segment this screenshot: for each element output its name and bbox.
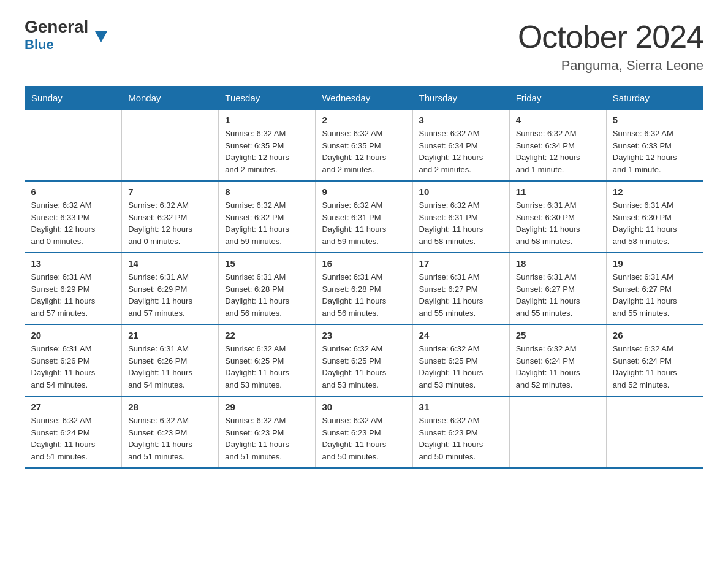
day-info: Sunrise: 6:32 AM Sunset: 6:24 PM Dayligh… — [31, 415, 116, 462]
cell-w1-d6: 5Sunrise: 6:32 AM Sunset: 6:33 PM Daylig… — [606, 110, 703, 182]
logo-blue: Blue — [25, 37, 54, 53]
day-info: Sunrise: 6:32 AM Sunset: 6:32 PM Dayligh… — [128, 199, 212, 247]
day-number: 30 — [322, 402, 406, 412]
day-info: Sunrise: 6:32 AM Sunset: 6:33 PM Dayligh… — [613, 128, 697, 175]
cell-w4-d5: 25Sunrise: 6:32 AM Sunset: 6:24 PM Dayli… — [509, 324, 606, 396]
week-row-1: 1Sunrise: 6:32 AM Sunset: 6:35 PM Daylig… — [25, 110, 703, 182]
cell-w5-d1: 28Sunrise: 6:32 AM Sunset: 6:23 PM Dayli… — [122, 396, 219, 468]
col-thursday: Thursday — [412, 86, 509, 110]
day-number: 25 — [516, 330, 600, 340]
svg-marker-0 — [95, 31, 107, 42]
day-number: 28 — [128, 402, 212, 412]
calendar-table: Sunday Monday Tuesday Wednesday Thursday… — [25, 86, 703, 469]
col-sunday: Sunday — [25, 86, 122, 110]
day-number: 31 — [419, 402, 503, 412]
cell-w3-d5: 18Sunrise: 6:31 AM Sunset: 6:27 PM Dayli… — [509, 253, 606, 324]
cell-w5-d0: 27Sunrise: 6:32 AM Sunset: 6:24 PM Dayli… — [25, 396, 122, 468]
day-info: Sunrise: 6:32 AM Sunset: 6:25 PM Dayligh… — [225, 343, 309, 391]
cell-w2-d5: 11Sunrise: 6:31 AM Sunset: 6:30 PM Dayli… — [509, 181, 606, 253]
cell-w1-d0 — [25, 110, 122, 182]
col-monday: Monday — [122, 86, 219, 110]
week-row-3: 13Sunrise: 6:31 AM Sunset: 6:29 PM Dayli… — [25, 253, 703, 324]
col-saturday: Saturday — [606, 86, 703, 110]
day-info: Sunrise: 6:32 AM Sunset: 6:23 PM Dayligh… — [322, 415, 406, 462]
day-info: Sunrise: 6:32 AM Sunset: 6:34 PM Dayligh… — [419, 128, 503, 175]
day-info: Sunrise: 6:32 AM Sunset: 6:31 PM Dayligh… — [322, 199, 406, 247]
day-number: 8 — [225, 186, 309, 197]
cell-w2-d6: 12Sunrise: 6:31 AM Sunset: 6:30 PM Dayli… — [606, 181, 703, 253]
day-number: 26 — [613, 330, 697, 340]
month-title: October 2024 — [518, 18, 703, 55]
day-info: Sunrise: 6:31 AM Sunset: 6:30 PM Dayligh… — [516, 199, 600, 247]
title-block: October 2024 Panguma, Sierra Leone — [518, 18, 703, 74]
day-info: Sunrise: 6:32 AM Sunset: 6:35 PM Dayligh… — [322, 128, 406, 175]
day-number: 11 — [516, 186, 600, 197]
week-row-5: 27Sunrise: 6:32 AM Sunset: 6:24 PM Dayli… — [25, 396, 703, 468]
day-number: 2 — [322, 115, 406, 125]
day-info: Sunrise: 6:31 AM Sunset: 6:28 PM Dayligh… — [322, 271, 406, 319]
day-info: Sunrise: 6:32 AM Sunset: 6:23 PM Dayligh… — [225, 415, 309, 462]
day-info: Sunrise: 6:31 AM Sunset: 6:29 PM Dayligh… — [128, 271, 212, 319]
day-number: 15 — [225, 258, 309, 269]
day-info: Sunrise: 6:32 AM Sunset: 6:32 PM Dayligh… — [225, 199, 309, 247]
cell-w5-d4: 31Sunrise: 6:32 AM Sunset: 6:23 PM Dayli… — [412, 396, 509, 468]
cell-w5-d2: 29Sunrise: 6:32 AM Sunset: 6:23 PM Dayli… — [219, 396, 316, 468]
cell-w2-d3: 9Sunrise: 6:32 AM Sunset: 6:31 PM Daylig… — [316, 181, 412, 253]
logo-general: General — [25, 18, 95, 36]
logo: General Blue — [25, 18, 95, 53]
cell-w5-d3: 30Sunrise: 6:32 AM Sunset: 6:23 PM Dayli… — [316, 396, 412, 468]
day-number: 22 — [225, 330, 309, 340]
day-info: Sunrise: 6:32 AM Sunset: 6:25 PM Dayligh… — [322, 343, 406, 391]
day-number: 20 — [31, 330, 116, 340]
day-info: Sunrise: 6:32 AM Sunset: 6:24 PM Dayligh… — [613, 343, 697, 391]
day-number: 29 — [225, 402, 309, 412]
day-info: Sunrise: 6:31 AM Sunset: 6:29 PM Dayligh… — [31, 271, 116, 319]
day-info: Sunrise: 6:31 AM Sunset: 6:28 PM Dayligh… — [225, 271, 309, 319]
day-number: 18 — [516, 258, 600, 269]
cell-w3-d2: 15Sunrise: 6:31 AM Sunset: 6:28 PM Dayli… — [219, 253, 316, 324]
cell-w5-d6 — [606, 396, 703, 468]
day-number: 14 — [128, 258, 212, 269]
cell-w4-d4: 24Sunrise: 6:32 AM Sunset: 6:25 PM Dayli… — [412, 324, 509, 396]
day-info: Sunrise: 6:32 AM Sunset: 6:25 PM Dayligh… — [419, 343, 503, 391]
cell-w3-d4: 17Sunrise: 6:31 AM Sunset: 6:27 PM Dayli… — [412, 253, 509, 324]
col-friday: Friday — [509, 86, 606, 110]
day-info: Sunrise: 6:32 AM Sunset: 6:31 PM Dayligh… — [419, 199, 503, 247]
cell-w4-d2: 22Sunrise: 6:32 AM Sunset: 6:25 PM Dayli… — [219, 324, 316, 396]
day-info: Sunrise: 6:31 AM Sunset: 6:26 PM Dayligh… — [128, 343, 212, 391]
calendar-header-row: Sunday Monday Tuesday Wednesday Thursday… — [25, 86, 703, 110]
cell-w3-d0: 13Sunrise: 6:31 AM Sunset: 6:29 PM Dayli… — [25, 253, 122, 324]
cell-w4-d3: 23Sunrise: 6:32 AM Sunset: 6:25 PM Dayli… — [316, 324, 412, 396]
day-number: 17 — [419, 258, 503, 269]
day-number: 9 — [322, 186, 406, 197]
cell-w2-d2: 8Sunrise: 6:32 AM Sunset: 6:32 PM Daylig… — [219, 181, 316, 253]
cell-w1-d5: 4Sunrise: 6:32 AM Sunset: 6:34 PM Daylig… — [509, 110, 606, 182]
cell-w2-d0: 6Sunrise: 6:32 AM Sunset: 6:33 PM Daylig… — [25, 181, 122, 253]
cell-w5-d5 — [509, 396, 606, 468]
location-title: Panguma, Sierra Leone — [518, 58, 703, 74]
day-info: Sunrise: 6:32 AM Sunset: 6:35 PM Dayligh… — [225, 128, 309, 175]
col-wednesday: Wednesday — [316, 86, 412, 110]
cell-w1-d4: 3Sunrise: 6:32 AM Sunset: 6:34 PM Daylig… — [412, 110, 509, 182]
day-number: 5 — [613, 115, 697, 125]
cell-w3-d3: 16Sunrise: 6:31 AM Sunset: 6:28 PM Dayli… — [316, 253, 412, 324]
day-info: Sunrise: 6:32 AM Sunset: 6:24 PM Dayligh… — [516, 343, 600, 391]
day-number: 7 — [128, 186, 212, 197]
cell-w4-d0: 20Sunrise: 6:31 AM Sunset: 6:26 PM Dayli… — [25, 324, 122, 396]
week-row-4: 20Sunrise: 6:31 AM Sunset: 6:26 PM Dayli… — [25, 324, 703, 396]
cell-w4-d6: 26Sunrise: 6:32 AM Sunset: 6:24 PM Dayli… — [606, 324, 703, 396]
day-number: 24 — [419, 330, 503, 340]
cell-w2-d4: 10Sunrise: 6:32 AM Sunset: 6:31 PM Dayli… — [412, 181, 509, 253]
day-number: 6 — [31, 186, 116, 197]
cell-w4-d1: 21Sunrise: 6:31 AM Sunset: 6:26 PM Dayli… — [122, 324, 219, 396]
cell-w1-d1 — [122, 110, 219, 182]
day-number: 13 — [31, 258, 116, 269]
day-info: Sunrise: 6:32 AM Sunset: 6:23 PM Dayligh… — [128, 415, 212, 462]
week-row-2: 6Sunrise: 6:32 AM Sunset: 6:33 PM Daylig… — [25, 181, 703, 253]
day-number: 10 — [419, 186, 503, 197]
page-header: General Blue October 2024 Panguma, Sierr… — [25, 18, 703, 74]
day-info: Sunrise: 6:32 AM Sunset: 6:23 PM Dayligh… — [419, 415, 503, 462]
cell-w3-d6: 19Sunrise: 6:31 AM Sunset: 6:27 PM Dayli… — [606, 253, 703, 324]
cell-w1-d2: 1Sunrise: 6:32 AM Sunset: 6:35 PM Daylig… — [219, 110, 316, 182]
day-info: Sunrise: 6:31 AM Sunset: 6:27 PM Dayligh… — [516, 271, 600, 319]
